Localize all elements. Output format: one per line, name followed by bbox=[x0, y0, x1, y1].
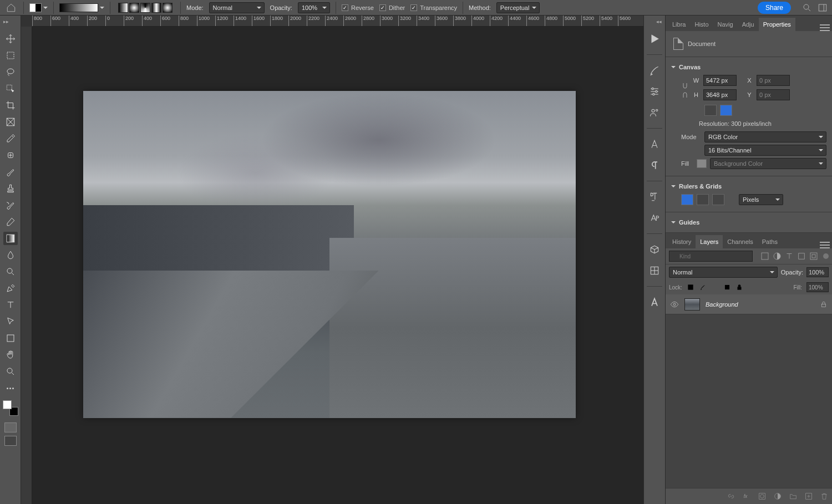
gradient-angle[interactable] bbox=[140, 3, 150, 13]
gradient-reflected[interactable] bbox=[151, 3, 161, 13]
canvas-height-input[interactable] bbox=[703, 89, 737, 100]
path-select-tool[interactable] bbox=[3, 315, 18, 328]
brush-tool[interactable] bbox=[3, 165, 18, 179]
ruler-units-select[interactable]: Pixels bbox=[739, 194, 783, 205]
type-tool[interactable] bbox=[3, 298, 18, 312]
workspace-icon[interactable] bbox=[818, 3, 828, 13]
fill-swatch[interactable] bbox=[697, 159, 707, 168]
tab-histogram[interactable]: Histo bbox=[690, 18, 713, 31]
new-layer-icon[interactable] bbox=[804, 492, 813, 501]
canvas-section-toggle[interactable]: Canvas bbox=[671, 62, 826, 73]
share-button[interactable]: Share bbox=[758, 2, 791, 14]
lock-paint-icon[interactable] bbox=[699, 283, 707, 291]
panel-menu-icon[interactable] bbox=[820, 242, 830, 248]
fgbg-swatch[interactable] bbox=[29, 3, 48, 12]
tab-layers[interactable]: Layers bbox=[696, 235, 723, 248]
lock-artboard-icon[interactable] bbox=[723, 283, 731, 291]
gradient-linear[interactable] bbox=[118, 3, 128, 13]
link-layers-icon[interactable] bbox=[727, 492, 735, 501]
object-select-tool[interactable] bbox=[3, 82, 18, 95]
expand-icon[interactable]: ▸▸ bbox=[3, 19, 9, 24]
rulers-section-toggle[interactable]: Rulers & Grids bbox=[671, 181, 826, 192]
zoom-tool[interactable] bbox=[3, 365, 18, 378]
show-guides-button[interactable] bbox=[712, 194, 724, 205]
foreground-color-swatch[interactable] bbox=[3, 400, 12, 409]
layer-fx-icon[interactable]: fx bbox=[742, 492, 751, 501]
filter-toggle[interactable] bbox=[823, 253, 829, 259]
healing-tool[interactable] bbox=[3, 149, 18, 162]
transparency-checkbox[interactable]: Transparency bbox=[410, 4, 457, 11]
tab-history[interactable]: History bbox=[668, 235, 696, 248]
character-panel-icon[interactable] bbox=[648, 138, 661, 151]
eraser-tool[interactable] bbox=[3, 215, 18, 228]
canvas-width-input[interactable] bbox=[703, 75, 737, 86]
filter-shape-icon[interactable] bbox=[797, 251, 806, 261]
crop-tool[interactable] bbox=[3, 99, 18, 112]
tab-paths[interactable]: Paths bbox=[758, 235, 782, 248]
orientation-portrait[interactable] bbox=[704, 105, 717, 116]
search-icon[interactable] bbox=[802, 3, 812, 13]
blend-mode-select[interactable]: Normal bbox=[209, 2, 265, 13]
color-mode-select[interactable]: RGB Color bbox=[704, 131, 826, 142]
ruler-horizontal[interactable]: 8006004002000200400600800100012001400160… bbox=[32, 16, 643, 27]
paragraph-style-icon[interactable] bbox=[648, 190, 661, 203]
home-button[interactable] bbox=[4, 2, 18, 13]
3d-panel-icon[interactable] bbox=[648, 243, 661, 256]
brush-settings-icon[interactable] bbox=[648, 64, 661, 77]
gradient-diamond[interactable] bbox=[163, 3, 173, 13]
method-select[interactable]: Perceptual bbox=[496, 2, 540, 13]
dither-checkbox[interactable]: Dither bbox=[379, 4, 405, 11]
lock-icon[interactable] bbox=[820, 301, 828, 308]
filter-type-icon[interactable] bbox=[784, 251, 794, 261]
tab-libraries[interactable]: Libra bbox=[668, 18, 690, 31]
fill-type-select[interactable]: Background Color bbox=[710, 158, 826, 169]
guides-section-toggle[interactable]: Guides bbox=[671, 217, 826, 228]
panel-menu-icon[interactable] bbox=[820, 24, 830, 31]
layer-blend-select[interactable]: Normal bbox=[669, 267, 778, 278]
play-action-icon[interactable] bbox=[648, 32, 661, 45]
char-style-icon[interactable] bbox=[648, 211, 661, 225]
show-rulers-button[interactable] bbox=[681, 194, 693, 205]
bit-depth-select[interactable]: 16 Bits/Channel bbox=[704, 145, 826, 156]
ruler-vertical[interactable] bbox=[21, 27, 32, 504]
collapse-icon[interactable]: ◂◂ bbox=[656, 19, 662, 24]
document-viewport[interactable] bbox=[32, 27, 643, 504]
lock-position-icon[interactable] bbox=[711, 283, 719, 291]
filter-pixel-icon[interactable] bbox=[760, 251, 770, 261]
opacity-select[interactable]: 100% bbox=[298, 2, 330, 13]
layer-group-icon[interactable] bbox=[789, 492, 798, 501]
visibility-icon[interactable] bbox=[670, 300, 679, 309]
filter-adjust-icon[interactable] bbox=[772, 251, 782, 261]
show-grid-button[interactable] bbox=[697, 194, 709, 205]
layer-mask-icon[interactable] bbox=[758, 492, 767, 501]
move-tool[interactable] bbox=[3, 32, 18, 45]
history-brush-tool[interactable] bbox=[3, 198, 18, 212]
reverse-checkbox[interactable]: Reverse bbox=[342, 4, 374, 11]
quickmask-toggle[interactable] bbox=[4, 422, 17, 432]
tab-channels[interactable]: Channels bbox=[723, 235, 757, 248]
hand-tool[interactable] bbox=[3, 348, 18, 362]
foreground-background-colors[interactable] bbox=[3, 400, 18, 416]
filter-smart-icon[interactable] bbox=[809, 251, 819, 261]
adjustments-icon[interactable] bbox=[648, 85, 661, 98]
layer-opacity-input[interactable] bbox=[806, 267, 829, 277]
shape-tool[interactable] bbox=[3, 332, 18, 345]
eyedropper-tool[interactable] bbox=[3, 132, 18, 145]
gradient-preset[interactable] bbox=[59, 3, 104, 12]
blur-tool[interactable] bbox=[3, 248, 18, 262]
people-icon[interactable] bbox=[648, 106, 661, 119]
layer-thumbnail[interactable] bbox=[684, 298, 700, 310]
pen-tool[interactable] bbox=[3, 282, 18, 295]
gradient-tool[interactable] bbox=[3, 232, 18, 245]
marquee-tool[interactable] bbox=[3, 49, 18, 62]
layer-name[interactable]: Background bbox=[706, 301, 814, 308]
tab-properties[interactable]: Properties bbox=[759, 18, 795, 31]
lasso-tool[interactable] bbox=[3, 65, 18, 79]
dodge-tool[interactable] bbox=[3, 265, 18, 278]
gradient-radial[interactable] bbox=[129, 3, 139, 13]
glyphs-panel-icon[interactable] bbox=[648, 296, 661, 309]
tab-navigator[interactable]: Navig bbox=[713, 18, 738, 31]
layer-fill-input[interactable] bbox=[806, 282, 829, 292]
adjustment-layer-icon[interactable] bbox=[773, 492, 782, 501]
delete-layer-icon[interactable] bbox=[820, 492, 829, 501]
